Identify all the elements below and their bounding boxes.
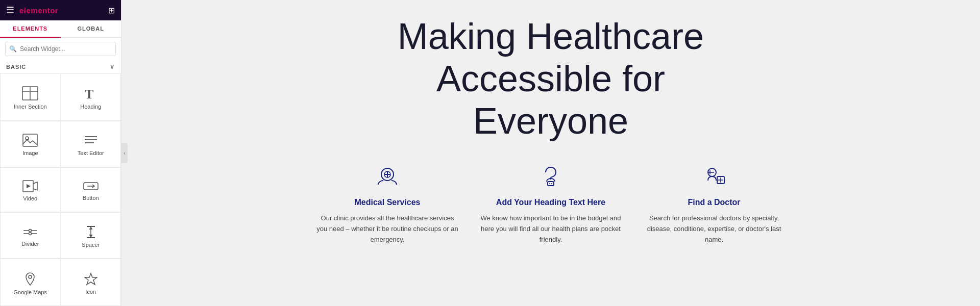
svg-rect-4 <box>23 134 37 146</box>
features-row: Medical Services Our clinic provides all… <box>296 162 806 245</box>
svg-marker-23 <box>85 273 97 285</box>
hero-title: Making Healthcare Accessible for Everyon… <box>398 15 704 142</box>
widget-image-label: Image <box>22 150 38 156</box>
widget-text-editor-label: Text Editor <box>78 150 104 156</box>
hero-line2: Accessible for <box>436 58 665 99</box>
image-icon <box>22 134 38 147</box>
svg-point-22 <box>29 275 32 278</box>
tab-bar: ELEMENTS GLOBAL <box>0 20 121 38</box>
svg-marker-10 <box>27 184 31 188</box>
widget-video[interactable]: Video <box>0 167 61 213</box>
widget-heading-label: Heading <box>80 104 101 110</box>
heading-icon: T <box>84 86 98 100</box>
medical-services-icon <box>373 162 402 191</box>
main-content: Making Healthcare Accessible for Everyon… <box>121 0 980 306</box>
inner-section-icon <box>22 86 38 100</box>
divider-icon <box>22 226 38 238</box>
heading-feature-icon <box>536 162 565 191</box>
search-wrap: 🔍 <box>0 38 121 60</box>
widget-image[interactable]: Image <box>0 121 61 167</box>
icon-widget-icon <box>84 272 97 286</box>
svg-text:T: T <box>85 87 93 100</box>
hero-line1: Making Healthcare <box>398 16 704 57</box>
widget-text-editor[interactable]: Text Editor <box>61 121 121 167</box>
feature-find-doctor-desc: Search for professional doctors by speci… <box>643 213 786 245</box>
hamburger-icon[interactable]: ☰ <box>6 5 14 16</box>
feature-heading-desc: We know how important to be in the budge… <box>479 213 622 245</box>
widget-icon[interactable]: Icon <box>61 259 121 306</box>
widget-button[interactable]: Button <box>61 167 121 213</box>
svg-point-14 <box>29 229 32 232</box>
basic-section-chevron: ∨ <box>110 63 115 70</box>
widget-icon-label: Icon <box>85 289 96 295</box>
hero-line3: Everyone <box>473 100 628 141</box>
feature-find-doctor: Find a Doctor Search for professional do… <box>643 162 786 245</box>
widget-grid: Inner Section T Heading <box>0 73 121 306</box>
tab-elements[interactable]: ELEMENTS <box>0 20 61 38</box>
sidebar-collapse-handle[interactable]: ‹ <box>121 143 128 163</box>
widget-google-maps[interactable]: Google Maps <box>0 259 61 306</box>
widget-spacer-label: Spacer <box>82 242 100 248</box>
button-icon <box>83 181 99 192</box>
search-input[interactable] <box>5 42 116 56</box>
sidebar: ☰ elementor ⊞ ELEMENTS GLOBAL 🔍 BASIC ∨ <box>0 0 121 306</box>
basic-section-text: BASIC <box>6 64 26 70</box>
svg-point-17 <box>29 232 32 235</box>
video-icon <box>22 180 38 192</box>
widget-inner-section-label: Inner Section <box>14 104 47 110</box>
find-doctor-icon <box>700 162 728 191</box>
spacer-icon <box>85 225 97 239</box>
search-icon: 🔍 <box>9 45 17 53</box>
feature-medical-services-desc: Our clinic provides all the healthcare s… <box>316 213 459 245</box>
feature-medical-services: Medical Services Our clinic provides all… <box>316 162 459 245</box>
feature-medical-services-title: Medical Services <box>355 198 421 207</box>
widget-inner-section[interactable]: Inner Section <box>0 73 61 121</box>
feature-find-doctor-title: Find a Doctor <box>688 198 740 207</box>
elementor-logo: elementor <box>19 6 58 15</box>
top-bar: ☰ elementor ⊞ <box>0 0 121 20</box>
google-maps-icon <box>24 272 36 286</box>
feature-heading: Add Your Heading Text Here We know how i… <box>479 162 622 245</box>
widget-divider[interactable]: Divider <box>0 212 61 259</box>
widget-divider-label: Divider <box>21 241 39 247</box>
widget-button-label: Button <box>83 195 99 201</box>
grid-icon[interactable]: ⊞ <box>108 6 115 15</box>
widget-video-label: Video <box>23 195 37 201</box>
widget-heading[interactable]: T Heading <box>61 73 121 121</box>
feature-heading-title: Add Your Heading Text Here <box>496 198 605 207</box>
sidebar-outer: ☰ elementor ⊞ ELEMENTS GLOBAL 🔍 BASIC ∨ <box>0 0 121 306</box>
tab-global[interactable]: GLOBAL <box>61 20 121 38</box>
basic-section-label[interactable]: BASIC ∨ <box>0 60 121 73</box>
widget-google-maps-label: Google Maps <box>14 289 47 295</box>
widget-spacer[interactable]: Spacer <box>61 212 121 259</box>
text-editor-icon <box>84 134 98 147</box>
svg-rect-28 <box>548 182 554 186</box>
